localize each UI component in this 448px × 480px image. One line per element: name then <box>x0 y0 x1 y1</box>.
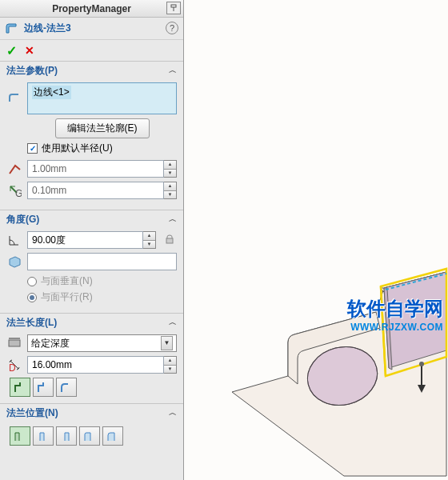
svg-rect-3 <box>166 238 173 243</box>
use-default-radius-row[interactable]: ✓ 使用默认半径(U) <box>27 142 177 155</box>
feature-row: 边线-法兰3 ? <box>0 18 183 40</box>
face-select-icon <box>6 254 22 270</box>
length-reference-buttons <box>10 378 177 397</box>
svg-text:D: D <box>9 362 16 372</box>
chevron-up-icon: ︿ <box>169 214 177 225</box>
section-header-length[interactable]: 法兰长度(L) ︿ <box>0 314 183 331</box>
end-condition-value: 给定深度 <box>31 337 70 350</box>
feature-title: 边线-法兰3 <box>24 22 71 35</box>
bend-radius-field[interactable]: 1.00mm <box>27 160 164 178</box>
watermark: 软件自学网 WWW.RJZXW.COM <box>347 296 443 333</box>
position-tangent-button[interactable] <box>102 426 123 446</box>
position-virtual-sharp-button[interactable] <box>79 426 100 446</box>
model-view <box>184 0 448 480</box>
titlebar: PropertyManager <box>0 0 183 18</box>
length-ref-tangent-button[interactable] <box>56 378 77 397</box>
length-ref-inner-button[interactable] <box>33 378 54 397</box>
section-header-label: 角度(G) <box>6 213 39 226</box>
svg-point-12 <box>419 362 424 366</box>
position-material-inside-button[interactable] <box>10 426 30 446</box>
chevron-up-icon: ︿ <box>169 317 177 328</box>
bend-radius-icon <box>6 161 22 177</box>
parallel-radio-row: 与面平行(R) <box>27 290 177 304</box>
length-ref-outer-button[interactable] <box>10 378 30 397</box>
watermark-line1: 软件自学网 <box>347 296 443 322</box>
face-field[interactable] <box>27 253 177 270</box>
edge-selection-value: 边线<1> <box>32 86 71 99</box>
radio-unchecked-icon <box>27 277 37 286</box>
edge-selection-box[interactable]: 边线<1> <box>27 82 177 114</box>
help-icon[interactable]: ? <box>166 22 178 34</box>
end-condition-icon <box>6 335 22 351</box>
watermark-line2: WWW.RJZXW.COM <box>347 322 443 333</box>
dropdown-arrow-icon: ▼ <box>161 336 173 350</box>
checkbox-checked-icon[interactable]: ✓ <box>27 143 38 154</box>
titlebar-pin-icon[interactable] <box>166 2 181 14</box>
action-row: ✓ ✕ <box>0 40 183 61</box>
chevron-up-icon: ︿ <box>169 407 177 418</box>
spinner[interactable]: ▲▼ <box>164 182 177 199</box>
perpendicular-radio-row: 与面垂直(N) <box>27 274 177 288</box>
property-manager-panel: PropertyManager 边线-法兰3 ? ✓ ✕ 法兰参数(P) ︿ 边… <box>0 0 184 480</box>
perpendicular-label: 与面垂直(N) <box>41 274 93 288</box>
parallel-label: 与面平行(R) <box>41 290 93 304</box>
graphics-viewport[interactable]: 软件自学网 WWW.RJZXW.COM <box>184 0 448 480</box>
section-angle: 角度(G) ︿ 90.00度 ▲▼ <box>0 210 183 313</box>
gap-distance-field[interactable]: 0.10mm <box>27 182 164 199</box>
length-value-icon: D <box>6 357 22 373</box>
titlebar-text: PropertyManager <box>52 3 131 14</box>
svg-rect-4 <box>9 340 20 346</box>
lock-icon[interactable] <box>164 234 177 246</box>
end-condition-dropdown[interactable]: 给定深度 ▼ <box>27 334 177 352</box>
edge-flange-icon <box>5 22 19 36</box>
spinner[interactable]: ▲▼ <box>164 356 177 374</box>
svg-text:G: G <box>15 188 22 198</box>
section-header-label: 法兰长度(L) <box>6 316 57 330</box>
section-header-flange-params[interactable]: 法兰参数(P) ︿ <box>0 62 183 79</box>
radio-checked-icon <box>27 293 37 302</box>
cancel-button[interactable]: ✕ <box>25 44 34 57</box>
section-header-label: 法兰参数(P) <box>6 64 58 78</box>
section-length: 法兰长度(L) ︿ 给定深度 ▼ D 16.00mm ▲▼ <box>0 313 183 403</box>
gap-distance-icon: G <box>6 182 22 198</box>
svg-rect-0 <box>171 5 176 7</box>
ok-button[interactable]: ✓ <box>6 43 17 58</box>
section-header-position[interactable]: 法兰位置(N) ︿ <box>0 404 183 422</box>
length-field[interactable]: 16.00mm <box>27 356 164 374</box>
edge-select-icon <box>6 90 22 106</box>
use-default-radius-label: 使用默认半径(U) <box>42 142 113 155</box>
section-header-label: 法兰位置(N) <box>6 406 58 420</box>
angle-field[interactable]: 90.00度 <box>27 231 143 249</box>
spinner[interactable]: ▲▼ <box>143 231 156 249</box>
section-position: 法兰位置(N) ︿ <box>0 403 183 452</box>
angle-icon <box>6 232 22 248</box>
section-flange-params: 法兰参数(P) ︿ 边线<1> 编辑法兰轮廓(E) ✓ 使用默认半径(U) <box>0 61 183 210</box>
section-header-angle[interactable]: 角度(G) ︿ <box>0 210 183 228</box>
edit-profile-button[interactable]: 编辑法兰轮廓(E) <box>55 118 150 138</box>
position-buttons <box>10 426 177 446</box>
chevron-up-icon: ︿ <box>169 65 177 76</box>
position-bend-outside-button[interactable] <box>56 426 77 446</box>
spinner[interactable]: ▲▼ <box>164 160 177 178</box>
position-material-outside-button[interactable] <box>33 426 54 446</box>
